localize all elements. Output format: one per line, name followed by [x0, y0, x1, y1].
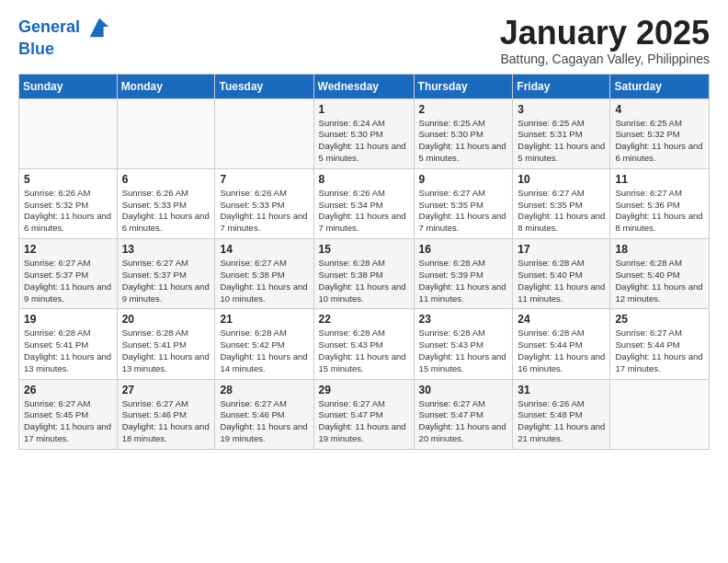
day-info: Sunrise: 6:27 AM Sunset: 5:46 PM Dayligh… — [122, 398, 210, 445]
calendar-cell: 19Sunrise: 6:28 AM Sunset: 5:41 PM Dayli… — [19, 309, 118, 379]
day-number: 1 — [319, 103, 409, 116]
calendar-cell: 23Sunrise: 6:28 AM Sunset: 5:43 PM Dayli… — [414, 309, 513, 379]
day-number: 20 — [122, 313, 210, 326]
day-info: Sunrise: 6:28 AM Sunset: 5:41 PM Dayligh… — [122, 327, 210, 374]
day-info: Sunrise: 6:28 AM Sunset: 5:40 PM Dayligh… — [518, 258, 605, 304]
weekday-header-monday: Monday — [117, 74, 215, 98]
day-number: 9 — [419, 173, 508, 186]
day-number: 12 — [24, 243, 112, 256]
month-title: January 2025 — [500, 15, 710, 52]
day-info: Sunrise: 6:25 AM Sunset: 5:32 PM Dayligh… — [615, 118, 704, 165]
calendar-week-row: 1Sunrise: 6:24 AM Sunset: 5:30 PM Daylig… — [19, 98, 710, 168]
weekday-header-wednesday: Wednesday — [313, 74, 414, 98]
day-number: 29 — [319, 384, 409, 396]
calendar-cell: 20Sunrise: 6:28 AM Sunset: 5:41 PM Dayli… — [117, 309, 215, 379]
day-number: 7 — [220, 173, 308, 186]
logo-blue: Blue — [18, 40, 112, 59]
day-info: Sunrise: 6:26 AM Sunset: 5:48 PM Dayligh… — [518, 398, 605, 445]
calendar-cell: 4Sunrise: 6:25 AM Sunset: 5:32 PM Daylig… — [610, 98, 710, 168]
day-info: Sunrise: 6:25 AM Sunset: 5:30 PM Dayligh… — [419, 118, 508, 165]
day-number: 18 — [615, 243, 704, 256]
calendar-cell — [215, 98, 313, 168]
calendar-cell: 1Sunrise: 6:24 AM Sunset: 5:30 PM Daylig… — [313, 98, 414, 168]
day-number: 26 — [24, 384, 112, 396]
day-info: Sunrise: 6:27 AM Sunset: 5:38 PM Dayligh… — [220, 258, 308, 304]
logo: General Blue — [18, 15, 112, 59]
day-info: Sunrise: 6:28 AM Sunset: 5:42 PM Dayligh… — [220, 327, 308, 374]
calendar-cell: 9Sunrise: 6:27 AM Sunset: 5:35 PM Daylig… — [414, 168, 513, 238]
title-block: January 2025 Battung, Cagayan Valley, Ph… — [500, 15, 710, 66]
day-number: 6 — [122, 173, 210, 186]
day-info: Sunrise: 6:28 AM Sunset: 5:40 PM Dayligh… — [615, 258, 704, 304]
day-number: 25 — [615, 313, 704, 326]
day-info: Sunrise: 6:27 AM Sunset: 5:46 PM Dayligh… — [220, 398, 308, 445]
day-info: Sunrise: 6:24 AM Sunset: 5:30 PM Dayligh… — [319, 118, 409, 165]
day-number: 5 — [24, 173, 112, 186]
day-info: Sunrise: 6:27 AM Sunset: 5:45 PM Dayligh… — [24, 398, 112, 445]
calendar-cell: 14Sunrise: 6:27 AM Sunset: 5:38 PM Dayli… — [215, 239, 313, 309]
weekday-header-saturday: Saturday — [610, 74, 710, 98]
calendar-cell: 28Sunrise: 6:27 AM Sunset: 5:46 PM Dayli… — [215, 379, 313, 449]
calendar-cell: 27Sunrise: 6:27 AM Sunset: 5:46 PM Dayli… — [117, 379, 215, 449]
calendar-cell: 24Sunrise: 6:28 AM Sunset: 5:44 PM Dayli… — [513, 309, 610, 379]
day-info: Sunrise: 6:27 AM Sunset: 5:35 PM Dayligh… — [419, 188, 508, 235]
svg-marker-0 — [90, 18, 109, 38]
weekday-header-tuesday: Tuesday — [215, 74, 313, 98]
day-number: 4 — [615, 103, 704, 116]
location: Battung, Cagayan Valley, Philippines — [500, 52, 710, 66]
day-number: 31 — [518, 384, 605, 396]
calendar-cell — [117, 98, 215, 168]
calendar-week-row: 5Sunrise: 6:26 AM Sunset: 5:32 PM Daylig… — [19, 168, 710, 238]
day-info: Sunrise: 6:28 AM Sunset: 5:38 PM Dayligh… — [319, 258, 409, 304]
calendar-week-row: 19Sunrise: 6:28 AM Sunset: 5:41 PM Dayli… — [19, 309, 710, 379]
calendar-cell: 12Sunrise: 6:27 AM Sunset: 5:37 PM Dayli… — [19, 239, 118, 309]
day-number: 13 — [122, 243, 210, 256]
calendar-cell: 7Sunrise: 6:26 AM Sunset: 5:33 PM Daylig… — [215, 168, 313, 238]
day-info: Sunrise: 6:27 AM Sunset: 5:35 PM Dayligh… — [518, 188, 605, 235]
day-number: 28 — [220, 384, 308, 396]
calendar-cell: 11Sunrise: 6:27 AM Sunset: 5:36 PM Dayli… — [610, 168, 710, 238]
weekday-header-friday: Friday — [513, 74, 610, 98]
calendar-cell: 31Sunrise: 6:26 AM Sunset: 5:48 PM Dayli… — [513, 379, 610, 449]
day-info: Sunrise: 6:27 AM Sunset: 5:37 PM Dayligh… — [24, 258, 112, 304]
day-number: 23 — [419, 313, 508, 326]
day-info: Sunrise: 6:27 AM Sunset: 5:37 PM Dayligh… — [122, 258, 210, 304]
day-info: Sunrise: 6:27 AM Sunset: 5:47 PM Dayligh… — [319, 398, 409, 445]
day-info: Sunrise: 6:28 AM Sunset: 5:44 PM Dayligh… — [518, 327, 605, 374]
day-info: Sunrise: 6:27 AM Sunset: 5:47 PM Dayligh… — [419, 398, 508, 445]
day-number: 17 — [518, 243, 605, 256]
day-number: 24 — [518, 313, 605, 326]
weekday-header-thursday: Thursday — [414, 74, 513, 98]
calendar-cell: 26Sunrise: 6:27 AM Sunset: 5:45 PM Dayli… — [19, 379, 118, 449]
day-number: 16 — [419, 243, 508, 256]
day-info: Sunrise: 6:28 AM Sunset: 5:43 PM Dayligh… — [319, 327, 409, 374]
day-info: Sunrise: 6:28 AM Sunset: 5:43 PM Dayligh… — [419, 327, 508, 374]
calendar-cell: 10Sunrise: 6:27 AM Sunset: 5:35 PM Dayli… — [513, 168, 610, 238]
day-info: Sunrise: 6:28 AM Sunset: 5:41 PM Dayligh… — [24, 327, 112, 374]
calendar-cell: 2Sunrise: 6:25 AM Sunset: 5:30 PM Daylig… — [414, 98, 513, 168]
calendar-cell: 17Sunrise: 6:28 AM Sunset: 5:40 PM Dayli… — [513, 239, 610, 309]
day-number: 8 — [319, 173, 409, 186]
day-number: 30 — [419, 384, 508, 396]
day-number: 14 — [220, 243, 308, 256]
page-header: General Blue January 2025 Battung, Cagay… — [18, 15, 710, 66]
calendar-cell: 18Sunrise: 6:28 AM Sunset: 5:40 PM Dayli… — [610, 239, 710, 309]
calendar-cell: 21Sunrise: 6:28 AM Sunset: 5:42 PM Dayli… — [215, 309, 313, 379]
day-info: Sunrise: 6:26 AM Sunset: 5:33 PM Dayligh… — [220, 188, 308, 235]
calendar-week-row: 12Sunrise: 6:27 AM Sunset: 5:37 PM Dayli… — [19, 239, 710, 309]
calendar-table: SundayMondayTuesdayWednesdayThursdayFrid… — [18, 74, 710, 450]
calendar-cell: 22Sunrise: 6:28 AM Sunset: 5:43 PM Dayli… — [313, 309, 414, 379]
calendar-cell: 8Sunrise: 6:26 AM Sunset: 5:34 PM Daylig… — [313, 168, 414, 238]
calendar-week-row: 26Sunrise: 6:27 AM Sunset: 5:45 PM Dayli… — [19, 379, 710, 449]
calendar-cell: 29Sunrise: 6:27 AM Sunset: 5:47 PM Dayli… — [313, 379, 414, 449]
calendar-cell: 13Sunrise: 6:27 AM Sunset: 5:37 PM Dayli… — [117, 239, 215, 309]
calendar-cell: 16Sunrise: 6:28 AM Sunset: 5:39 PM Dayli… — [414, 239, 513, 309]
calendar-cell: 5Sunrise: 6:26 AM Sunset: 5:32 PM Daylig… — [19, 168, 118, 238]
day-info: Sunrise: 6:28 AM Sunset: 5:39 PM Dayligh… — [419, 258, 508, 304]
day-info: Sunrise: 6:26 AM Sunset: 5:34 PM Dayligh… — [319, 188, 409, 235]
day-number: 21 — [220, 313, 308, 326]
calendar-cell — [610, 379, 710, 449]
day-info: Sunrise: 6:27 AM Sunset: 5:44 PM Dayligh… — [615, 327, 704, 374]
day-number: 11 — [615, 173, 704, 186]
day-info: Sunrise: 6:26 AM Sunset: 5:33 PM Dayligh… — [122, 188, 210, 235]
